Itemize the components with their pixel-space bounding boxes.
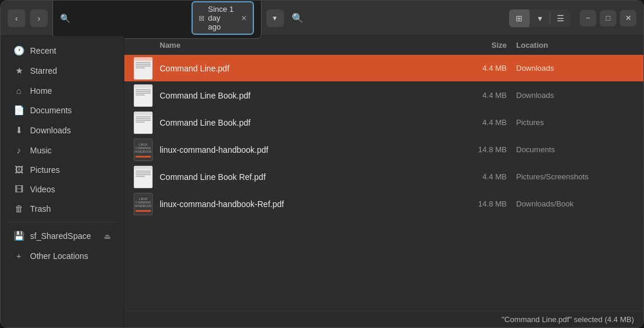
sidebar-item-home[interactable]: ⌂ Home bbox=[4, 81, 120, 100]
column-location: Location bbox=[516, 41, 634, 50]
sidebar-item-starred[interactable]: ★ Starred bbox=[4, 61, 120, 80]
file-name: Command Line Book.pdf bbox=[160, 118, 250, 127]
file-location: Pictures bbox=[516, 118, 634, 127]
chevron-down-view-button[interactable]: ▾ bbox=[530, 9, 550, 27]
sidebar-item-downloads[interactable]: ⬇ Downloads bbox=[4, 121, 120, 140]
column-size: Size bbox=[457, 41, 516, 50]
filter-tag-close[interactable]: ✕ bbox=[241, 14, 247, 22]
status-bar: "Command Line.pdf" selected (4.4 MB) bbox=[124, 311, 643, 327]
sidebar-item-pictures[interactable]: 🖼 Pictures bbox=[4, 160, 120, 179]
file-location: Pictures/Screenshots bbox=[516, 172, 634, 181]
file-size: 14.8 MB bbox=[457, 145, 516, 154]
file-name-cell: Command Line Book.pdf bbox=[134, 111, 457, 134]
file-name: Command Line Book Ref.pdf bbox=[160, 172, 266, 182]
file-name: Command Line.pdf bbox=[160, 64, 229, 73]
file-list: Command Line.pdf 4.4 MB Downloads bbox=[124, 55, 643, 311]
file-name-cell: Command Line Book Ref.pdf bbox=[134, 166, 457, 188]
file-location: Downloads bbox=[516, 91, 634, 100]
sidebar-item-label: Downloads bbox=[30, 126, 71, 135]
sidebar-item-label: Starred bbox=[30, 66, 57, 76]
grid-icon: ⊞ bbox=[516, 14, 523, 23]
minimize-icon: − bbox=[586, 14, 590, 22]
close-icon: ✕ bbox=[625, 14, 632, 22]
sidebar-item-music[interactable]: ♪ Music bbox=[4, 141, 120, 159]
forward-button[interactable]: › bbox=[30, 9, 48, 27]
download-icon: ⬇ bbox=[14, 125, 24, 136]
file-size: 4.4 MB bbox=[457, 64, 516, 73]
search-input[interactable]: Command bbox=[75, 13, 187, 23]
file-icon bbox=[134, 84, 153, 107]
sidebar-item-videos[interactable]: 🎞 Videos bbox=[4, 180, 120, 198]
filter-tag-icon: ⊠ bbox=[199, 14, 204, 22]
sidebar-item-label: Other Locations bbox=[30, 251, 88, 261]
sidebar: 🕐 Recent ★ Starred ⌂ Home 📄 Documents ⬇ … bbox=[1, 36, 124, 327]
minimize-button[interactable]: − bbox=[580, 10, 596, 27]
clock-icon: 🕐 bbox=[14, 45, 24, 56]
table-row[interactable]: Command Line.pdf 4.4 MB Downloads bbox=[124, 55, 643, 82]
table-row[interactable]: Command Line Book.pdf 4.4 MB Pictures bbox=[124, 109, 643, 136]
close-button[interactable]: ✕ bbox=[620, 10, 636, 27]
sidebar-item-label: Pictures bbox=[30, 165, 60, 175]
star-icon: ★ bbox=[14, 65, 24, 76]
main-area: 🕐 Recent ★ Starred ⌂ Home 📄 Documents ⬇ … bbox=[1, 36, 643, 327]
magnifier-icon: 🔍 bbox=[292, 12, 303, 24]
search-icon: 🔍 bbox=[60, 14, 70, 23]
home-icon: ⌂ bbox=[14, 86, 24, 96]
back-button[interactable]: ‹ bbox=[8, 9, 25, 27]
file-name-cell: Command Line.pdf bbox=[134, 57, 457, 80]
file-name-cell: LINUXCOMMANDHANDBOOK linux-command-handb… bbox=[134, 139, 457, 161]
sidebar-item-label: Home bbox=[30, 86, 52, 96]
music-icon: ♪ bbox=[14, 145, 24, 155]
filter-tag-label: Since 1 day ago bbox=[208, 5, 235, 31]
file-icon: LINUXCOMMANDHANDBOOK bbox=[134, 193, 153, 215]
chevron-down-icon: ▾ bbox=[273, 14, 277, 22]
maximize-button[interactable]: □ bbox=[600, 10, 616, 27]
eject-icon[interactable]: ⏏ bbox=[104, 232, 111, 241]
search-dropdown-button[interactable]: ▾ bbox=[266, 9, 284, 27]
maximize-icon: □ bbox=[606, 14, 610, 22]
sidebar-item-other-locations[interactable]: + Other Locations bbox=[4, 247, 120, 265]
sidebar-item-trash[interactable]: 🗑 Trash bbox=[4, 199, 120, 218]
sidebar-item-sf-sharedspace[interactable]: 💾 sf_SharedSpace ⏏ bbox=[4, 227, 120, 245]
search-toggle-button[interactable]: 🔍 bbox=[289, 9, 306, 27]
file-size: 4.4 MB bbox=[457, 118, 516, 127]
table-row[interactable]: LINUXCOMMANDHANDBOOK linux-command-handb… bbox=[124, 136, 643, 163]
sidebar-divider bbox=[8, 222, 117, 222]
file-name-cell: LINUXCOMMANDHANDBOOK linux-command-handb… bbox=[134, 193, 457, 215]
file-name: linux-command-handbook-Ref.pdf bbox=[160, 199, 284, 209]
sidebar-item-label: Documents bbox=[30, 106, 72, 115]
file-manager-window: ‹ › 🔍 Command ⊠ Since 1 day ago ✕ ▾ 🔍 ⊞ … bbox=[0, 0, 644, 328]
document-icon: 📄 bbox=[14, 105, 24, 116]
trash-icon: 🗑 bbox=[14, 204, 24, 214]
sidebar-item-recent[interactable]: 🕐 Recent bbox=[4, 41, 120, 60]
file-name-cell: Command Line Book.pdf bbox=[134, 84, 457, 107]
file-icon bbox=[134, 166, 153, 188]
sidebar-item-label: Trash bbox=[30, 204, 51, 214]
table-row[interactable]: Command Line Book Ref.pdf 4.4 MB Picture… bbox=[124, 163, 643, 191]
column-header: Name Size Location bbox=[124, 36, 643, 55]
window-controls: − □ ✕ bbox=[580, 10, 636, 27]
file-name: Command Line Book.pdf bbox=[160, 91, 250, 100]
sidebar-item-label: Recent bbox=[30, 46, 56, 55]
titlebar: ‹ › 🔍 Command ⊠ Since 1 day ago ✕ ▾ 🔍 ⊞ … bbox=[1, 1, 643, 36]
file-size: 4.4 MB bbox=[457, 91, 516, 100]
list-view-button[interactable]: ☰ bbox=[550, 9, 570, 27]
videos-icon: 🎞 bbox=[14, 184, 24, 194]
file-icon bbox=[134, 111, 153, 134]
sidebar-item-label: sf_SharedSpace bbox=[30, 231, 91, 241]
view-toggle-group: ⊞ ▾ ☰ bbox=[509, 9, 570, 27]
sidebar-item-documents[interactable]: 📄 Documents bbox=[4, 101, 120, 120]
table-row[interactable]: LINUXCOMMANDHANDBOOK linux-command-handb… bbox=[124, 191, 643, 218]
grid-view-button[interactable]: ⊞ bbox=[509, 9, 529, 27]
column-name: Name bbox=[160, 41, 457, 50]
file-location: Downloads bbox=[516, 64, 634, 73]
table-row[interactable]: Command Line Book.pdf 4.4 MB Downloads bbox=[124, 82, 643, 109]
file-size: 4.4 MB bbox=[457, 172, 516, 181]
sidebar-item-label: Music bbox=[30, 146, 52, 155]
file-size: 14.8 MB bbox=[457, 199, 516, 208]
file-location: Documents bbox=[516, 145, 634, 154]
file-name: linux-command-handbook.pdf bbox=[160, 145, 268, 155]
plus-icon: + bbox=[14, 251, 24, 261]
file-location: Downloads/Book bbox=[516, 199, 634, 208]
file-icon: LINUXCOMMANDHANDBOOK bbox=[134, 139, 153, 161]
